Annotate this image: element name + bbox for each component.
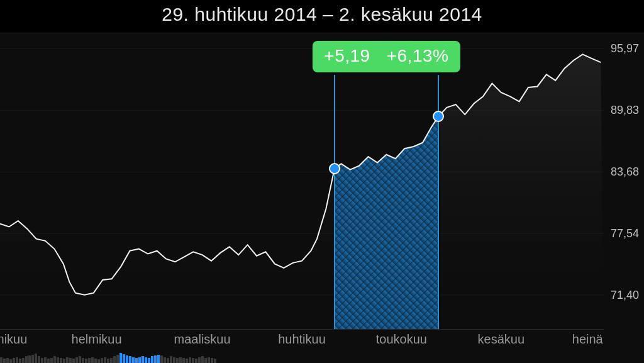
volume-bar — [110, 358, 113, 363]
volume-bar — [123, 354, 125, 363]
volume-bar — [211, 358, 213, 363]
volume-bar — [97, 359, 100, 363]
x-tick: toukokuu — [376, 332, 427, 347]
volume-bar — [79, 356, 81, 363]
x-tick: tammikuu — [0, 332, 27, 347]
volume-bars — [0, 353, 604, 363]
volume-bar — [157, 355, 160, 363]
volume-bar — [31, 355, 34, 363]
y-axis: 71,4077,5483,6889,8395,97 — [604, 33, 644, 329]
volume-bar — [22, 358, 25, 363]
plot-area[interactable]: +5,19 +6,13% — [0, 33, 604, 329]
volume-bar — [44, 357, 47, 364]
volume-bar — [151, 356, 153, 363]
y-tick: 89,83 — [611, 104, 639, 117]
volume-bar — [160, 355, 163, 363]
volume-bar — [28, 355, 31, 363]
volume-bar — [3, 359, 6, 363]
volume-bar — [138, 357, 141, 364]
volume-bar — [75, 357, 78, 364]
change-percent: +6,13% — [387, 46, 449, 66]
volume-bar — [148, 358, 150, 363]
volume-bar — [66, 357, 69, 364]
x-tick: huhtikuu — [278, 332, 326, 347]
volume-bar — [9, 359, 12, 363]
volume-bar — [19, 359, 21, 363]
y-tick: 71,40 — [611, 288, 639, 301]
volume-bar — [116, 355, 119, 363]
volume-bar — [47, 359, 50, 363]
volume-bar — [195, 359, 197, 363]
volume-bar — [132, 357, 135, 364]
volume-bar — [186, 359, 188, 363]
volume-bar — [57, 357, 59, 364]
volume-bar — [63, 359, 65, 363]
change-badge: +5,19 +6,13% — [313, 41, 460, 72]
volume-bar — [6, 358, 9, 363]
volume-bar — [167, 358, 169, 363]
stock-chart[interactable]: +5,19 +6,13% 71,4077,5483,6889,8395,97 t… — [0, 33, 644, 363]
volume-bar — [82, 358, 84, 363]
volume-bar — [16, 357, 18, 364]
x-tick: helmikuu — [72, 332, 122, 347]
volume-bar — [85, 359, 87, 363]
volume-bar — [129, 356, 131, 363]
volume-bar — [173, 357, 175, 364]
volume-bar — [72, 359, 75, 363]
selection-start-handle[interactable] — [329, 163, 340, 174]
selection-start-line[interactable] — [334, 75, 335, 329]
volume-bar — [0, 357, 3, 364]
volume-bar — [91, 357, 94, 364]
y-tick: 77,54 — [611, 227, 639, 240]
volume-bar — [113, 356, 116, 363]
volume-bar — [204, 358, 207, 363]
selection-end-handle[interactable] — [433, 111, 444, 122]
volume-bar — [60, 358, 62, 363]
volume-bar — [88, 358, 91, 363]
volume-bar — [53, 356, 56, 363]
volume-bar — [104, 357, 106, 364]
volume-bar — [119, 353, 122, 363]
x-tick: maaliskuu — [174, 332, 231, 347]
page-title: 29. huhtikuu 2014 – 2. kesäkuu 2014 — [0, 0, 644, 25]
y-tick: 95,97 — [611, 42, 639, 55]
volume-bar — [179, 357, 182, 364]
volume-bar — [94, 359, 97, 363]
x-axis: tammikuuhelmikuumaaliskuuhuhtikuutoukoku… — [0, 329, 604, 349]
volume-bar — [126, 355, 128, 363]
volume-bar — [164, 357, 166, 364]
change-absolute: +5,19 — [324, 46, 370, 66]
volume-bar — [50, 358, 53, 363]
volume-bar — [198, 357, 201, 364]
volume-bar — [201, 356, 204, 363]
volume-bar — [25, 356, 28, 363]
volume-bar — [192, 358, 194, 363]
volume-bar — [135, 358, 138, 363]
volume-bar — [214, 359, 216, 363]
price-line — [0, 33, 604, 329]
volume-bar — [145, 357, 147, 364]
volume-bar — [35, 354, 37, 363]
volume-bar — [182, 358, 185, 363]
volume-bar — [38, 356, 40, 363]
x-tick: kesäkuu — [478, 332, 525, 347]
volume-bar — [170, 356, 172, 363]
volume-bar — [189, 357, 191, 364]
volume-bar — [41, 358, 43, 363]
volume-bar — [208, 357, 210, 364]
volume-bar — [154, 355, 157, 363]
volume-bar — [176, 358, 179, 363]
volume-bar — [107, 359, 109, 363]
x-tick: heinäkuu — [572, 332, 604, 347]
y-tick: 83,68 — [611, 165, 639, 179]
volume-bar — [142, 356, 144, 363]
volume-bar — [13, 358, 15, 363]
volume-bar — [69, 358, 72, 363]
volume-bar — [101, 358, 103, 363]
